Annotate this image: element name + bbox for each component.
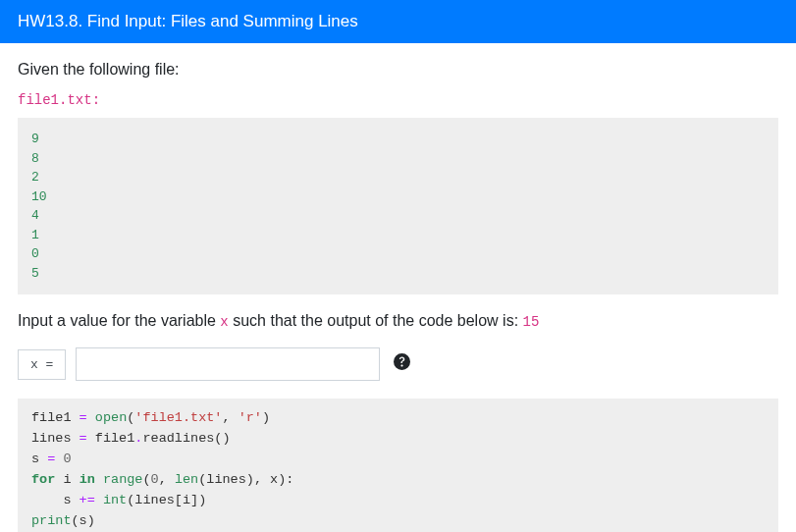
code-block: file1 = open('file1.txt', 'r') lines = f… bbox=[18, 399, 778, 532]
code-token: lines bbox=[31, 431, 80, 446]
filename-text: file1.txt bbox=[18, 92, 92, 108]
code-token: 0 bbox=[151, 472, 159, 487]
code-token bbox=[95, 472, 103, 487]
code-token: 0 bbox=[63, 452, 71, 466]
code-token: open bbox=[95, 410, 127, 425]
filename-label: file1.txt: bbox=[18, 92, 778, 108]
code-token: ( bbox=[142, 472, 150, 487]
question-content: Given the following file: file1.txt: 9 8… bbox=[0, 43, 796, 532]
code-token: for bbox=[31, 472, 55, 487]
code-token: file1 bbox=[31, 410, 80, 425]
code-token: , bbox=[159, 472, 175, 487]
code-token: 'file1.txt' bbox=[134, 410, 222, 425]
code-token: s bbox=[31, 452, 47, 466]
code-token: in bbox=[80, 472, 95, 487]
instruction-text: Input a value for the variable x such th… bbox=[18, 312, 778, 330]
code-token: int bbox=[103, 493, 127, 507]
question-header: HW13.8. Find Input: Files and Summing Li… bbox=[0, 0, 796, 43]
filename-colon: : bbox=[92, 92, 100, 108]
code-token: s bbox=[31, 493, 80, 507]
code-token: (lines[i]) bbox=[127, 493, 206, 507]
prompt-intro: Given the following file: bbox=[18, 61, 778, 79]
file-contents: 9 8 2 10 4 1 0 5 bbox=[18, 118, 778, 294]
code-token: += bbox=[80, 493, 95, 507]
code-token: len bbox=[175, 472, 198, 487]
instruction-prefix: Input a value for the variable bbox=[18, 312, 220, 329]
code-token: (lines), x): bbox=[198, 472, 293, 487]
code-token: ) bbox=[262, 410, 270, 425]
variable-name: x bbox=[220, 314, 228, 330]
code-token: i bbox=[55, 472, 79, 487]
code-token: readlines() bbox=[142, 431, 230, 446]
code-token: = bbox=[80, 410, 87, 425]
answer-row: x = bbox=[18, 347, 778, 381]
code-token: range bbox=[103, 472, 143, 487]
input-label: x = bbox=[18, 349, 66, 380]
question-title: HW13.8. Find Input: Files and Summing Li… bbox=[18, 12, 358, 30]
code-token bbox=[95, 493, 103, 507]
code-token: , bbox=[222, 410, 238, 425]
code-token: 'r' bbox=[239, 410, 262, 425]
answer-input[interactable] bbox=[76, 347, 380, 381]
instruction-middle: such that the output of the code below i… bbox=[229, 312, 523, 329]
code-token: = bbox=[80, 431, 87, 446]
code-token bbox=[87, 410, 95, 425]
target-output: 15 bbox=[523, 314, 540, 330]
code-token: print bbox=[31, 513, 72, 528]
code-token: file1 bbox=[87, 431, 135, 446]
help-icon[interactable] bbox=[394, 353, 410, 375]
code-token: (s) bbox=[72, 513, 95, 528]
